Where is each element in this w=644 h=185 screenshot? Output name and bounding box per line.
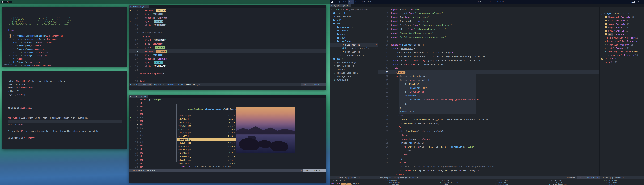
markdown-window[interactable]: ---title: Alacritty GPU Accelerated Term… (2, 71, 127, 149)
js-icon: JS (346, 5, 348, 6)
file-row[interactable]: ad6v90y.jpg3.05 M (176, 158, 237, 162)
now-playing[interactable]: ♫ America - A Horse with No Name (478, 1, 507, 3)
script-icon: ƒ (12, 61, 16, 64)
explorer-root[interactable]: ▾ [FILE]: blog /home/chris/Rep (330, 8, 378, 11)
workspace-1[interactable]: 1◉ (335, 0, 342, 3)
file-row[interactable]: 6zS17Sj.jpg4.96 M (176, 141, 237, 145)
startify-entry[interactable]: [4]⚙~/.config/picom/picom.conf (8, 47, 127, 51)
outline-item[interactable]: ximage Variable:14 (600, 22, 644, 26)
js-icon: JS (342, 44, 344, 46)
file-row[interactable]: 6iibVNY.jpg2.06 M (176, 135, 237, 138)
cursor-position: 25/88 № : 21 (310, 83, 326, 86)
outline-item[interactable]: xtitle Variable:14 (600, 19, 644, 22)
startify-entry[interactable]: [7]⚙~/.zshrc (8, 57, 127, 61)
explorer-item-images[interactable]: │ images (330, 29, 378, 32)
explorer-item-blog-post.module.le[interactable]: │ #blog-post.module.le (330, 46, 378, 50)
outline-item[interactable]: xprev Variable:15 (600, 29, 644, 33)
cheatsheet-binding: v → tag viewer (604, 182, 644, 183)
display-icon[interactable]: ▢ (7, 1, 8, 3)
tab-alacritty-yml[interactable]: alacritty.yml⚙ (129, 5, 149, 8)
outline-item[interactable]: ⚒backgroundColor Property: (600, 36, 644, 40)
explorer-item-public[interactable]: public (330, 18, 378, 22)
startify-entry[interactable]: [1]JS~/Repos/blog/src/templates/blog-pos… (8, 38, 127, 41)
file-row[interactable]: aghr5Ip.jpg249 K (176, 162, 237, 165)
github-icon[interactable]: ◍ (2, 1, 3, 3)
startify-entry[interactable]: [9]{}~/.config/nvim/coc-settings.json (8, 64, 127, 67)
explorer-item-gatsby-config.js[interactable]: JSgatsby-config.js (330, 61, 378, 64)
explorer-item-content[interactable]: content (330, 11, 378, 15)
explorer-item-src[interactable]: src (330, 22, 378, 25)
outline-item[interactable]: ƒtags.map() callback Functi (600, 50, 644, 53)
js-icon: JS (334, 62, 336, 63)
outline-item[interactable]: ⚒backgroundColor Property: (600, 40, 644, 43)
file-row[interactable]: 9hMxcHr.jpg4.1 M (176, 148, 237, 152)
explorer-item-README.md[interactable]: ↓README.md (330, 78, 378, 82)
startify-entry[interactable]: [8]ƒ~/.local/bin/rofi-menu (8, 61, 127, 64)
file-row[interactable]: 4Y6C0JV.jpg539 K (176, 128, 237, 131)
explorer-item-post-list.js[interactable]: │ JSpost-list.js (330, 50, 378, 54)
system-tray[interactable]: ◍ᛒ▢! (1, 1, 12, 3)
explorer-item-gatsby-node.js[interactable]: JSgatsby-node.js (330, 64, 378, 68)
file-row[interactable]: 3JWY37f.jpg1.31 M (176, 114, 237, 118)
file-row[interactable]: 07nEzQ3.jpg1.86 M (176, 145, 237, 148)
file-row[interactable]: 24LrDFQ.jpg1.7 M (176, 152, 237, 155)
zsh-tabline: aliases.zsh >_ (129, 95, 326, 98)
file-row[interactable]: 5oXQT7g.jpg1.22 M (176, 131, 237, 135)
workspace-9[interactable]: 9♪ (366, 0, 372, 3)
outline-item[interactable]: default:48 (600, 60, 644, 64)
explorer-item-package.json[interactable]: {}package.json (330, 75, 378, 78)
outline-item[interactable]: ⚒marginLeft Property:36 (600, 53, 644, 57)
workspace-3[interactable]: 3V (348, 0, 354, 3)
aliases-zsh-window[interactable]: aliases.zsh >_ 1alias lg='lazygit'2ali3a… (129, 95, 326, 183)
file-row[interactable]: 3UwJhbg.jpg680 K (176, 118, 237, 121)
outline-item[interactable]: xnext Variable:15 (600, 33, 644, 36)
bluetooth-icon[interactable]: ᛒ (5, 1, 6, 3)
tab-blog-post-js[interactable]: blog-post.js JS (330, 3, 351, 7)
alert-icon[interactable]: ! (10, 1, 10, 3)
startify-window[interactable]: _ __ _ __ ___ __ ___ / | / / __(_)___ __… (2, 7, 127, 67)
explorer-item-templates[interactable]: └ templates (330, 40, 378, 43)
wifi-icon[interactable]: ▂▄▆ (632, 1, 635, 3)
file-row[interactable]: 4bORVJa.jpg943 K (176, 121, 237, 124)
explorer-item-tag-template.js[interactable]: └ JStag-template.js (330, 54, 378, 57)
workspace-8[interactable]: 8✉ (360, 0, 366, 3)
code-line: 28 <div (378, 114, 600, 118)
alacritty-yml-window[interactable]: alacritty.yml⚙ ~14 yellow: "#EBCB8B"~15 … (129, 5, 326, 90)
startify-entry[interactable]: [6]⚙~/.config/polybar/config.ini (8, 54, 127, 57)
color-swatch: #d19a66 (156, 50, 166, 53)
gear-icon: ⚙ (12, 57, 16, 61)
markdown-line (8, 113, 122, 116)
explorer-item-components[interactable]: │ components (330, 25, 378, 29)
zsh-line: 1alias lg='lazygit' (129, 98, 326, 102)
explorer-item-node_modules[interactable]: JSnode_modules (330, 15, 378, 18)
outline-item[interactable]: ƒBlogPost Function:10 (600, 12, 644, 15)
explorer-item-style[interactable]: │ style (330, 36, 378, 39)
explorer-item-blog-post.js[interactable]: │ JSblog-post.jsi (330, 43, 378, 46)
file-row[interactable]: 04PDl3F.jpg3.51 M (176, 124, 237, 128)
volume-icon[interactable] (638, 1, 639, 2)
startify-entry[interactable]: [0]↓~/Repos/blog/content/Linux/06-alacri… (8, 34, 127, 38)
cheatsheet-binding: } → float jump (494, 180, 549, 182)
outline-item[interactable]: xtags Variable:14 (600, 26, 644, 29)
explorer-item-pages[interactable]: │ pages (330, 32, 378, 36)
coc-explorer-pane[interactable]: ▾ [FILE]: blog /home/chris/Rep content J… (330, 7, 378, 176)
cheatsheet-binding: d → definition (386, 183, 440, 185)
workspace-2[interactable]: 2▤ (342, 0, 348, 3)
vista-outline-pane[interactable]: ƒBlogPost Function:10xthumbnail Variable… (600, 7, 644, 176)
outline-item[interactable]: x Variable (600, 57, 644, 60)
startify-entry[interactable]: [3]>_~/.config/zsh/aliases.zsh (8, 44, 127, 48)
outline-item[interactable]: ⚒__html Property:29 (600, 46, 644, 50)
outline-item[interactable]: ⚒textAlign Property:25 (600, 43, 644, 46)
file-row[interactable]: 30iNVBw.jpg3.11 M (176, 155, 237, 158)
startify-entry[interactable]: [5]⚙~/.config/polybar/modules.ini (8, 51, 127, 54)
outline-item[interactable]: xthumbnail Variable:11 (600, 15, 644, 19)
code-pane[interactable]: 1import React from "react"2import Layout… (378, 7, 600, 176)
explorer-item-utils[interactable]: utils (330, 57, 378, 61)
explorer-item-package-lock.json[interactable]: {}package-lock.json (330, 71, 378, 75)
nvim-editor[interactable]: blog-post.js JS ▾ [FILE]: blog /home/chr… (330, 3, 644, 185)
code-line: 36 <a href={`/${tag}`} key={i} style={{ … (378, 145, 600, 149)
tab-aliases-zsh[interactable]: aliases.zsh >_ (129, 95, 148, 98)
workspace-4[interactable]: 4▭ (354, 0, 360, 3)
startify-entry[interactable]: [2]⚙~/.config/alacritty/alacritty.yml (8, 41, 127, 44)
explorer-item-LICENSE[interactable]: ¤LICENSE (330, 68, 378, 71)
